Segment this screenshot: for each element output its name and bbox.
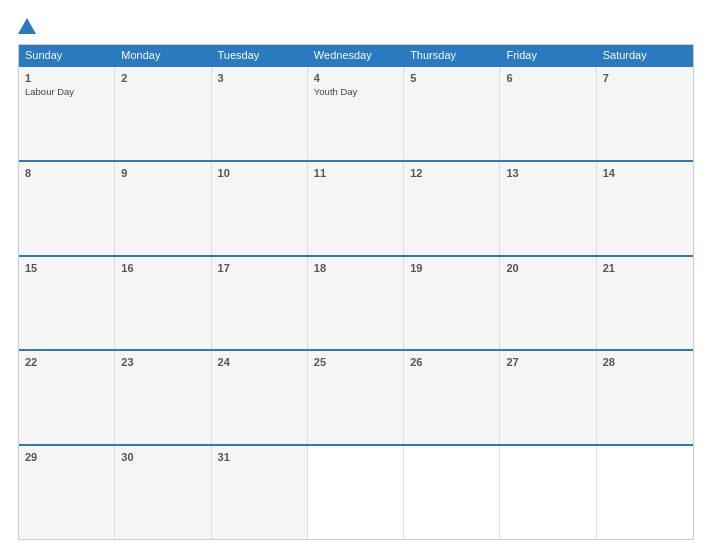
day-header-sunday: Sunday bbox=[19, 45, 115, 65]
day-cell: 10 bbox=[212, 162, 308, 255]
day-cell: 13 bbox=[500, 162, 596, 255]
week-row-2: 891011121314 bbox=[19, 160, 693, 255]
day-cell: 18 bbox=[308, 257, 404, 350]
day-cell: 28 bbox=[597, 351, 693, 444]
day-number: 8 bbox=[25, 167, 108, 179]
day-cell: 16 bbox=[115, 257, 211, 350]
day-number: 13 bbox=[506, 167, 589, 179]
day-cell: 25 bbox=[308, 351, 404, 444]
day-number: 3 bbox=[218, 72, 301, 84]
day-cell: 3 bbox=[212, 67, 308, 160]
day-cell: 23 bbox=[115, 351, 211, 444]
day-number: 4 bbox=[314, 72, 397, 84]
day-cell: 20 bbox=[500, 257, 596, 350]
day-cell: 9 bbox=[115, 162, 211, 255]
logo bbox=[18, 18, 40, 34]
calendar-grid: SundayMondayTuesdayWednesdayThursdayFrid… bbox=[18, 44, 694, 540]
day-header-thursday: Thursday bbox=[404, 45, 500, 65]
logo-triangle-icon bbox=[18, 18, 36, 34]
day-cell bbox=[500, 446, 596, 539]
day-number: 5 bbox=[410, 72, 493, 84]
day-number: 30 bbox=[121, 451, 204, 463]
holiday-label: Youth Day bbox=[314, 86, 397, 98]
day-number: 29 bbox=[25, 451, 108, 463]
day-number: 9 bbox=[121, 167, 204, 179]
day-number: 28 bbox=[603, 356, 687, 368]
day-cell: 19 bbox=[404, 257, 500, 350]
week-row-1: 1Labour Day234Youth Day567 bbox=[19, 65, 693, 160]
day-cell: 15 bbox=[19, 257, 115, 350]
day-cell: 30 bbox=[115, 446, 211, 539]
day-number: 24 bbox=[218, 356, 301, 368]
day-cell bbox=[597, 446, 693, 539]
day-number: 17 bbox=[218, 262, 301, 274]
day-cell: 2 bbox=[115, 67, 211, 160]
day-headers-row: SundayMondayTuesdayWednesdayThursdayFrid… bbox=[19, 45, 693, 65]
day-header-monday: Monday bbox=[115, 45, 211, 65]
day-number: 14 bbox=[603, 167, 687, 179]
day-header-tuesday: Tuesday bbox=[212, 45, 308, 65]
day-cell: 6 bbox=[500, 67, 596, 160]
day-cell: 12 bbox=[404, 162, 500, 255]
day-cell bbox=[404, 446, 500, 539]
day-cell: 21 bbox=[597, 257, 693, 350]
day-cell: 17 bbox=[212, 257, 308, 350]
day-number: 2 bbox=[121, 72, 204, 84]
day-number: 10 bbox=[218, 167, 301, 179]
day-cell: 26 bbox=[404, 351, 500, 444]
day-cell: 11 bbox=[308, 162, 404, 255]
day-number: 27 bbox=[506, 356, 589, 368]
calendar-page: SundayMondayTuesdayWednesdayThursdayFrid… bbox=[0, 0, 712, 550]
day-number: 18 bbox=[314, 262, 397, 274]
day-cell: 8 bbox=[19, 162, 115, 255]
holiday-label: Labour Day bbox=[25, 86, 108, 98]
day-cell: 1Labour Day bbox=[19, 67, 115, 160]
day-number: 21 bbox=[603, 262, 687, 274]
day-cell: 31 bbox=[212, 446, 308, 539]
day-header-friday: Friday bbox=[500, 45, 596, 65]
day-cell: 27 bbox=[500, 351, 596, 444]
week-row-3: 15161718192021 bbox=[19, 255, 693, 350]
day-number: 26 bbox=[410, 356, 493, 368]
day-cell: 14 bbox=[597, 162, 693, 255]
day-cell bbox=[308, 446, 404, 539]
day-number: 6 bbox=[506, 72, 589, 84]
day-number: 31 bbox=[218, 451, 301, 463]
day-number: 7 bbox=[603, 72, 687, 84]
day-cell: 4Youth Day bbox=[308, 67, 404, 160]
day-number: 15 bbox=[25, 262, 108, 274]
day-number: 22 bbox=[25, 356, 108, 368]
day-cell: 24 bbox=[212, 351, 308, 444]
day-number: 25 bbox=[314, 356, 397, 368]
week-row-4: 22232425262728 bbox=[19, 349, 693, 444]
day-number: 23 bbox=[121, 356, 204, 368]
day-cell: 29 bbox=[19, 446, 115, 539]
weeks-container: 1Labour Day234Youth Day56789101112131415… bbox=[19, 65, 693, 539]
calendar-header bbox=[18, 18, 694, 34]
day-number: 1 bbox=[25, 72, 108, 84]
day-number: 16 bbox=[121, 262, 204, 274]
day-header-saturday: Saturday bbox=[597, 45, 693, 65]
day-cell: 5 bbox=[404, 67, 500, 160]
day-cell: 7 bbox=[597, 67, 693, 160]
week-row-5: 293031 bbox=[19, 444, 693, 539]
day-cell: 22 bbox=[19, 351, 115, 444]
day-number: 11 bbox=[314, 167, 397, 179]
day-number: 12 bbox=[410, 167, 493, 179]
day-number: 19 bbox=[410, 262, 493, 274]
day-header-wednesday: Wednesday bbox=[308, 45, 404, 65]
day-number: 20 bbox=[506, 262, 589, 274]
